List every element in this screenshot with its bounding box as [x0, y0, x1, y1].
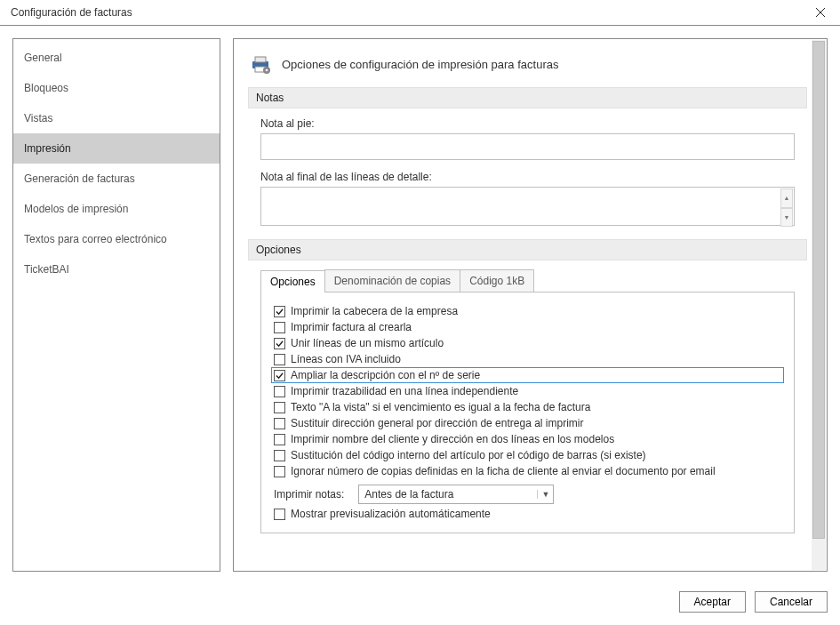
- sidebar-item-4[interactable]: Generación de facturas: [13, 164, 220, 194]
- sidebar: GeneralBloqueosVistasImpresiónGeneración…: [12, 38, 220, 572]
- check-row-4[interactable]: Ampliar la descripción con el nº de seri…: [271, 367, 784, 383]
- cancel-button[interactable]: Cancelar: [755, 591, 828, 613]
- print-notes-combo[interactable]: Antes de la factura▼: [358, 485, 554, 504]
- check-row-6[interactable]: Texto "A la vista" si el vencimiento es …: [274, 399, 781, 415]
- scroll-thumb[interactable]: [812, 41, 825, 539]
- checkbox-9[interactable]: [274, 450, 285, 461]
- checkbox-7[interactable]: [274, 418, 285, 429]
- nota-detalle-input[interactable]: [260, 187, 795, 226]
- print-notes-value: Antes de la factura: [359, 488, 537, 501]
- accept-button[interactable]: Aceptar: [679, 591, 746, 613]
- check-row-3[interactable]: Líneas con IVA incluido: [274, 351, 781, 367]
- tab-panel-opciones: Imprimir la cabecera de la empresaImprim…: [260, 292, 795, 533]
- nota-detalle-label: Nota al final de las líneas de detalle:: [260, 171, 795, 183]
- checkbox-label-8: Imprimir nombre del cliente y dirección …: [291, 433, 614, 445]
- check-row-0[interactable]: Imprimir la cabecera de la empresa: [274, 303, 781, 319]
- tab-0[interactable]: Opciones: [260, 270, 325, 292]
- sidebar-item-7[interactable]: TicketBAI: [13, 254, 220, 284]
- page-header: Opciones de configuración de impresión p…: [248, 50, 807, 87]
- checkbox-label-7: Sustituir dirección general por direcció…: [291, 417, 583, 429]
- close-icon: [815, 7, 826, 18]
- print-notes-row: Imprimir notas:Antes de la factura▼: [274, 479, 781, 506]
- check-row-preview[interactable]: Mostrar previsualización automáticamente: [274, 506, 781, 522]
- checkbox-label-2: Unir líneas de un mismo artículo: [291, 337, 444, 349]
- svg-point-6: [266, 69, 268, 72]
- titlebar: Configuración de facturas: [0, 0, 840, 26]
- checkbox-10[interactable]: [274, 466, 285, 477]
- checkbox-2[interactable]: [274, 338, 285, 349]
- sidebar-item-1[interactable]: Bloqueos: [13, 73, 220, 103]
- sidebar-item-6[interactable]: Textos para correo electrónico: [13, 224, 220, 254]
- page-title: Opciones de configuración de impresión p…: [282, 58, 558, 71]
- sidebar-item-0[interactable]: General: [13, 43, 220, 73]
- chevron-down-icon: ▼: [537, 490, 553, 499]
- textarea-scroll[interactable]: ▲▼: [780, 188, 793, 227]
- close-button[interactable]: [806, 4, 835, 21]
- checkbox-5[interactable]: [274, 386, 285, 397]
- checkbox-6[interactable]: [274, 402, 285, 413]
- check-row-1[interactable]: Imprimir factura al crearla: [274, 319, 781, 335]
- sidebar-item-3[interactable]: Impresión: [13, 133, 220, 164]
- checkbox-8[interactable]: [274, 434, 285, 445]
- check-row-2[interactable]: Unir líneas de un mismo artículo: [274, 335, 781, 351]
- nota-pie-label: Nota al pie:: [260, 117, 795, 130]
- print-notes-label: Imprimir notas:: [274, 488, 344, 501]
- main-panel: Opciones de configuración de impresión p…: [233, 38, 828, 572]
- window-title: Configuración de facturas: [11, 6, 132, 19]
- vertical-scrollbar[interactable]: [812, 40, 826, 570]
- check-row-7[interactable]: Sustituir dirección general por direcció…: [274, 415, 781, 431]
- checkbox-label-0: Imprimir la cabecera de la empresa: [291, 305, 458, 317]
- checkbox-4[interactable]: [274, 370, 285, 381]
- check-row-9[interactable]: Sustitución del código interno del artíc…: [274, 447, 781, 463]
- check-row-10[interactable]: Ignorar número de copias definidas en la…: [274, 463, 781, 479]
- checkbox-preview[interactable]: [274, 509, 285, 520]
- svg-rect-3: [255, 57, 266, 62]
- check-row-8[interactable]: Imprimir nombre del cliente y dirección …: [274, 431, 781, 447]
- checkbox-label-1: Imprimir factura al crearla: [291, 321, 412, 333]
- checkbox-label-6: Texto "A la vista" si el vencimiento es …: [291, 401, 590, 413]
- checkbox-1[interactable]: [274, 322, 285, 333]
- printer-settings-icon: [250, 53, 271, 75]
- checkbox-label-9: Sustitución del código interno del artíc…: [291, 449, 646, 461]
- section-opciones-title: Opciones: [248, 239, 807, 260]
- tab-strip: OpcionesDenominación de copiasCódigo 1kB: [260, 269, 795, 292]
- sidebar-item-2[interactable]: Vistas: [13, 103, 220, 133]
- checkbox-label-5: Imprimir trazabilidad en una línea indep…: [291, 385, 518, 397]
- tab-2[interactable]: Código 1kB: [460, 269, 534, 292]
- checkbox-0[interactable]: [274, 306, 285, 317]
- checkbox-label-10: Ignorar número de copias definidas en la…: [291, 465, 716, 477]
- checkbox-label-preview: Mostrar previsualización automáticamente: [291, 508, 491, 520]
- nota-pie-input[interactable]: [260, 133, 795, 160]
- checkbox-3[interactable]: [274, 354, 285, 365]
- dialog-footer: Aceptar Cancelar: [0, 584, 840, 625]
- dialog-content: GeneralBloqueosVistasImpresiónGeneración…: [0, 26, 840, 584]
- checkbox-label-4: Ampliar la descripción con el nº de seri…: [291, 369, 480, 381]
- tab-1[interactable]: Denominación de copias: [324, 269, 460, 292]
- check-row-5[interactable]: Imprimir trazabilidad en una línea indep…: [274, 383, 781, 399]
- checkbox-label-3: Líneas con IVA incluido: [291, 353, 401, 365]
- section-notas-title: Notas: [248, 87, 807, 108]
- sidebar-item-5[interactable]: Modelos de impresión: [13, 194, 220, 224]
